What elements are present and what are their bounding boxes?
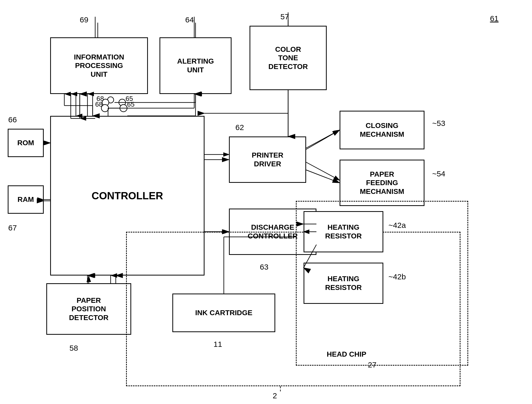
paper-position-detector-box: PAPERPOSITIONDETECTOR [46,283,131,335]
ink-cartridge-label: INK CARTRIDGE [195,308,252,317]
ref-27: 27 [368,360,376,369]
ref-11: 11 [214,340,222,349]
ref-54: ~54 [432,169,445,178]
ref-42b: ~42b [388,272,406,281]
ref-57: 57 [280,12,289,21]
paper-feeding-mechanism-box: PAPERFEEDINGMECHANISM [340,160,424,206]
heating-resistor-a-label: HEATINGRESISTOR [325,223,362,240]
diagram: 61 INFORMATIONPROCESSINGUNIT 69 ALERTING… [0,0,532,404]
svg-line-62 [306,130,340,149]
head-chip-label: HEAD CHIP [327,350,366,358]
svg-line-63 [306,170,340,183]
ref-67: 67 [8,224,17,232]
ref-62: 62 [235,123,244,132]
ref-61: 61 [490,14,499,23]
svg-text:68: 68 [96,95,104,102]
ref-69: 69 [80,15,88,24]
ref-58: 58 [69,344,78,353]
ref-42a: ~42a [388,221,406,230]
color-tone-detector-box: COLORTONEDETECTOR [250,26,327,90]
svg-text:68: 68 [95,100,103,108]
printer-driver-label: PRINTERDRIVER [252,151,283,168]
paper-feeding-mechanism-label: PAPERFEEDINGMECHANISM [360,170,404,196]
heating-resistor-a-box: HEATINGRESISTOR [304,211,383,252]
rom-label: ROM [17,139,34,147]
ref-64: 64 [185,15,194,24]
heating-resistor-b-label: HEATINGRESISTOR [325,274,362,292]
svg-point-52 [120,105,127,112]
information-processing-unit-box: INFORMATIONPROCESSINGUNIT [50,37,148,94]
ref-2: 2 [273,391,277,400]
paper-position-detector-label: PAPERPOSITIONDETECTOR [69,296,109,322]
closing-mechanism-label: CLOSINGMECHANISM [360,121,404,139]
ref-66: 66 [8,115,17,124]
controller-label: CONTROLLER [92,190,163,202]
closing-mechanism-box: CLOSINGMECHANISM [340,111,424,149]
ref-53: ~53 [432,119,445,128]
svg-point-12 [108,97,114,103]
printer-driver-box: PRINTERDRIVER [229,136,306,183]
svg-point-18 [119,99,126,106]
alerting-unit-label: ALERTINGUNIT [177,57,214,74]
svg-text:65: 65 [127,100,135,108]
color-tone-detector-label: COLORTONEDETECTOR [268,45,308,71]
heating-resistor-b-box: HEATINGRESISTOR [304,263,383,304]
ink-cartridge-box: INK CARTRIDGE [172,294,275,332]
svg-point-50 [101,105,109,112]
ram-box: RAM [8,185,44,214]
svg-point-16 [102,99,109,106]
alerting-unit-box: ALERTINGUNIT [159,37,232,94]
rom-box: ROM [8,129,44,157]
ram-label: RAM [17,195,34,204]
svg-text:65: 65 [126,95,133,102]
information-processing-unit-label: INFORMATIONPROCESSINGUNIT [74,53,124,79]
svg-line-32 [306,130,340,148]
svg-line-33 [306,162,340,180]
